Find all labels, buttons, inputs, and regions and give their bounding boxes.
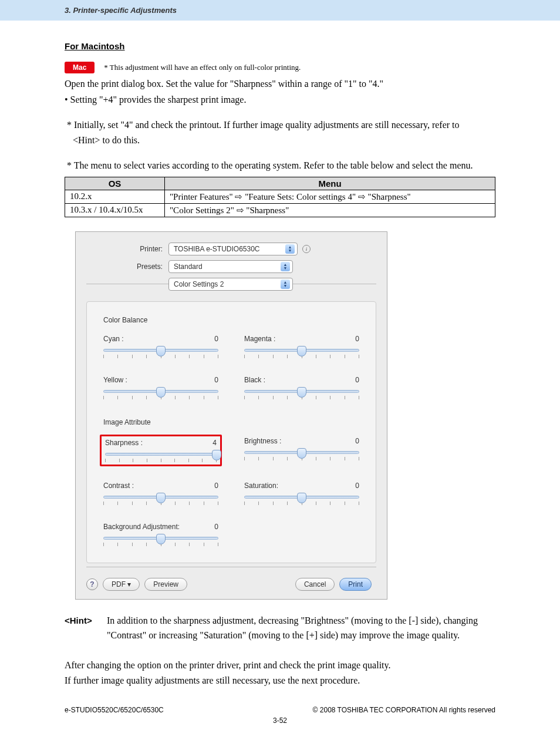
chevron-updown-icon: ▲▼ [285, 244, 295, 254]
pdf-button[interactable]: PDF ▾ [103, 578, 140, 591]
group-image-attribute: Image Attribute [103, 418, 359, 426]
info-icon[interactable]: i [302, 245, 311, 253]
table-row: 10.2.x "Printer Features" ⇨ "Feature Set… [65, 190, 495, 203]
slider-cyan[interactable]: Cyan :0 [103, 335, 218, 361]
presets-select[interactable]: Standard ▲▼ [168, 260, 293, 273]
paragraph: If further image quality adjustments are… [65, 674, 495, 688]
slider-thumb[interactable] [212, 450, 221, 460]
printer-label: Printer: [86, 245, 168, 253]
pane-select[interactable]: Color Settings 2 ▲▼ [168, 278, 293, 291]
group-color-balance: Color Balance [103, 316, 359, 324]
hint-label: <Hint> [65, 614, 107, 643]
table-header-os: OS [65, 177, 165, 190]
table-header-menu: Menu [165, 177, 495, 190]
cancel-button[interactable]: Cancel [295, 578, 335, 591]
slider-contrast[interactable]: Contrast :0 [103, 482, 218, 507]
slider-thumb[interactable] [297, 448, 306, 459]
note-line: <Hint> to do this. [65, 133, 495, 148]
note-line: * The menu to select varies according to… [65, 159, 495, 173]
slider-background-adjustment[interactable]: Background Adjustment:0 [103, 523, 218, 549]
slider-black[interactable]: Black :0 [244, 376, 359, 402]
chevron-updown-icon: ▲▼ [281, 280, 290, 289]
slider-magenta[interactable]: Magenta :0 [244, 335, 359, 361]
print-dialog: Printer: TOSHIBA e-STUDIO6530C ▲▼ i Pres… [75, 231, 387, 600]
printer-select[interactable]: TOSHIBA e-STUDIO6530C ▲▼ [168, 243, 298, 255]
slider-thumb[interactable] [297, 493, 306, 503]
print-button[interactable]: Print [339, 578, 372, 591]
slider-sharpness[interactable]: Sharpness :4 [103, 437, 218, 466]
table-row: 10.3.x / 10.4.x/10.5x "Color Settings 2"… [65, 203, 495, 217]
presets-label: Presets: [86, 263, 168, 271]
slider-brightness[interactable]: Brightness :0 [244, 437, 359, 466]
mac-note: * This adjustment will have an effect on… [104, 63, 301, 72]
preview-button[interactable]: Preview [144, 578, 187, 591]
page-number: 3-52 [65, 716, 495, 725]
footer-copyright: © 2008 TOSHIBA TEC CORPORATION All right… [313, 706, 495, 714]
bullet: • Setting "+4" provides the sharpest pri… [65, 93, 495, 107]
mac-badge: Mac [65, 62, 95, 73]
section-title: For Macintosh [65, 41, 495, 51]
slider-thumb[interactable] [297, 387, 306, 398]
chevron-updown-icon: ▲▼ [281, 262, 290, 271]
hint-body: In addition to the sharpness adjustment,… [107, 614, 495, 643]
slider-saturation[interactable]: Saturation:0 [244, 482, 359, 507]
chapter-header: 3. Printer-specific Adjustments [0, 0, 560, 21]
slider-thumb[interactable] [156, 387, 166, 398]
footer-model: e-STUDIO5520C/6520C/6530C [65, 706, 164, 714]
os-menu-table: OS Menu 10.2.x "Printer Features" ⇨ "Fea… [65, 177, 495, 217]
slider-yellow[interactable]: Yellow :0 [103, 376, 218, 402]
note-line: * Initially, set "4" and check the print… [65, 118, 495, 133]
settings-panel: Color Balance Cyan :0 Magenta :0 Yellow … [86, 301, 376, 563]
slider-thumb[interactable] [297, 346, 306, 356]
slider-thumb[interactable] [156, 493, 166, 503]
slider-thumb[interactable] [156, 346, 166, 356]
slider-thumb[interactable] [156, 534, 166, 544]
paragraph: After changing the option on the printer… [65, 658, 495, 673]
paragraph: Open the print dialog box. Set the value… [65, 77, 495, 92]
help-button[interactable]: ? [86, 578, 98, 590]
